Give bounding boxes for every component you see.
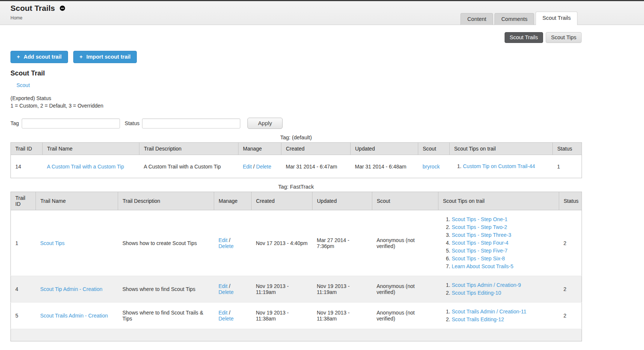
column-header: Trail Description [118,192,214,210]
trail-description-cell: Shows where to find Scout Tips [118,276,214,303]
trail-name-link[interactable]: Scout Trails Admin - Creation [40,313,108,319]
import-scout-trail-label: Import scout trail [86,54,130,60]
updated-cell: Nov 19 2013 - 11:38am [312,303,372,329]
manage-cell: Edit / Delete [214,276,252,303]
plus-icon: + [80,54,83,60]
table-row: 14A Custom Trail with a Custom TipA Cust… [11,155,582,178]
subtab-scout-tips[interactable]: Scout Tips [546,32,582,43]
tag-filter-label: Tag [10,120,19,126]
shortcut-minus-icon[interactable] [60,6,65,11]
tip-item: Scout Tips - Step Five-7 [452,247,555,255]
column-header: Scout [372,192,438,210]
created-cell: Mar 31 2014 - 6:47am [281,155,351,178]
tip-link[interactable]: Scout Tips - Step Four-4 [452,240,509,246]
apply-button[interactable]: Apply [247,118,283,129]
scout-tips-cell: Scout Trails Admin / Creation-11Scout Tr… [438,303,559,329]
tip-item: Scout Tips Admin / Creation-9 [452,281,555,289]
add-scout-trail-button[interactable]: + Add scout trail [10,51,68,63]
trail-description-cell: Shows where to find Scout Trails & Tips [118,303,214,329]
tips-list: Scout Trails Admin / Creation-11Scout Tr… [443,308,555,323]
trail-description-cell: A Custom Trail with a Custom Tip [139,155,238,178]
tag-filter-input[interactable] [22,118,120,128]
plus-icon: + [17,54,20,60]
column-header: Updated [312,192,372,210]
scout-link[interactable]: Scout [16,82,30,88]
column-header: Trail Description [139,143,238,155]
tip-link[interactable]: Learn About Scout Trails-5 [452,263,514,269]
subtab-scout-trails[interactable]: Scout Trails [505,32,543,43]
trail-name-link[interactable]: Scout Tips [40,240,65,246]
table-row: 5Scout Trails Admin - CreationShows wher… [11,303,582,329]
tip-link[interactable]: Scout Tips Admin / Creation-9 [452,282,521,288]
tab-scout-trails[interactable]: Scout Trails [536,12,577,25]
column-header: Scout [418,143,450,155]
status-cell: 2 [559,276,582,303]
tip-item: Scout Trails Admin / Creation-11 [452,308,555,316]
edit-link[interactable]: Edit [219,283,228,289]
tab-comments[interactable]: Comments [494,13,534,25]
column-header: Trail Name [36,192,118,210]
main-content: + Add scout trail + Import scout trail S… [10,51,582,341]
tip-item: Learn About Scout Trails-5 [452,263,555,270]
tip-link[interactable]: Scout Trails Admin / Creation-11 [452,309,527,315]
tips-list: Custom Tip on Custom Trail-44 [454,162,548,170]
section-heading: Scout Trail [10,69,582,77]
manage-cell: Edit / Delete [238,155,281,178]
created-cell: Nov 19 2013 - 11:19am [252,276,312,303]
trails-table: Trail IDTrail NameTrail DescriptionManag… [10,142,582,178]
edit-link[interactable]: Edit [219,237,228,243]
tab-content[interactable]: Content [460,13,493,25]
trails-table: Trail IDTrail NameTrail DescriptionManag… [10,192,582,341]
trail-id-cell: 1 [11,210,36,276]
tip-link[interactable]: Scout Tips - Step Three-3 [452,232,511,238]
tip-link[interactable]: Custom Tip on Custom Trail-44 [463,163,535,169]
updated-cell: Mar 31 2014 - 6:48am [351,155,418,178]
action-buttons: + Add scout trail + Import scout trail [10,51,582,63]
tip-link[interactable]: Scout Trails Editing-12 [452,316,504,322]
status-cell: 2 [559,303,582,329]
tip-item: Scout Tips - Step Six-8 [452,255,555,263]
tip-link[interactable]: Scout Tips - Step One-1 [452,216,508,222]
column-header: Trail Name [43,143,139,155]
delete-link[interactable]: Delete [219,243,234,249]
column-header: Scout Tips on trail [450,143,553,155]
tips-list: Scout Tips Admin / Creation-9Scout Tips … [443,281,555,297]
table-section: Tag: FastTrackTrail IDTrail NameTrail De… [10,184,582,341]
tip-link[interactable]: Scout Tips - Step Six-8 [452,255,505,261]
updated-cell: Mar 27 2014 - 7:36pm [312,210,372,276]
trail-id-cell: 4 [11,276,36,303]
tip-link[interactable]: Scout Tips - Step Five-7 [452,248,508,254]
trail-name-cell: Scout Tip Admin - Creation [36,276,118,303]
scout-tips-cell: Scout Tips - Step One-1Scout Tips - Step… [438,210,559,276]
trail-description-cell: Shows how to create Scout Tips [118,210,214,276]
tip-item: Scout Tips Editing-10 [452,289,555,297]
delete-link[interactable]: Delete [219,289,234,295]
trail-id-cell: 14 [11,155,43,178]
primary-tabs: Content Comments Scout Trails [460,12,577,25]
add-scout-trail-label: Add scout trail [24,54,62,60]
edit-link[interactable]: Edit [219,310,228,316]
import-scout-trail-button[interactable]: + Import scout trail [73,51,137,63]
column-header: Created [252,192,312,210]
status-legend: (Exported) Status 1 = Custom, 2 = Defaul… [10,95,582,109]
table-caption: Tag: (default) [10,134,582,140]
column-header: Status [553,143,582,155]
scout-user-link[interactable]: bryrock [423,164,440,170]
status-legend-title: (Exported) Status [10,95,582,102]
secondary-tabs: Scout Trails Scout Tips [0,32,582,43]
tip-link[interactable]: Scout Tips Editing-10 [452,290,501,296]
trail-name-cell: A Custom Trail with a Custom Tip [43,155,139,178]
status-filter-input[interactable] [142,118,240,128]
delete-link[interactable]: Delete [256,164,271,170]
delete-link[interactable]: Delete [219,316,234,322]
trail-name-link[interactable]: A Custom Trail with a Custom Tip [47,164,124,170]
tip-link[interactable]: Scout Tips - Step Two-2 [452,224,507,230]
table-caption: Tag: FastTrack [10,184,582,190]
table-row: 1Scout TipsShows how to create Scout Tip… [11,210,582,276]
column-header: Manage [238,143,281,155]
trail-name-link[interactable]: Scout Tip Admin - Creation [40,286,103,292]
scout-cell: Anonymous (not verified) [372,303,438,329]
manage-cell: Edit / Delete [214,210,252,276]
table-row: 4Scout Tip Admin - CreationShows where t… [11,276,582,303]
edit-link[interactable]: Edit [243,164,252,170]
